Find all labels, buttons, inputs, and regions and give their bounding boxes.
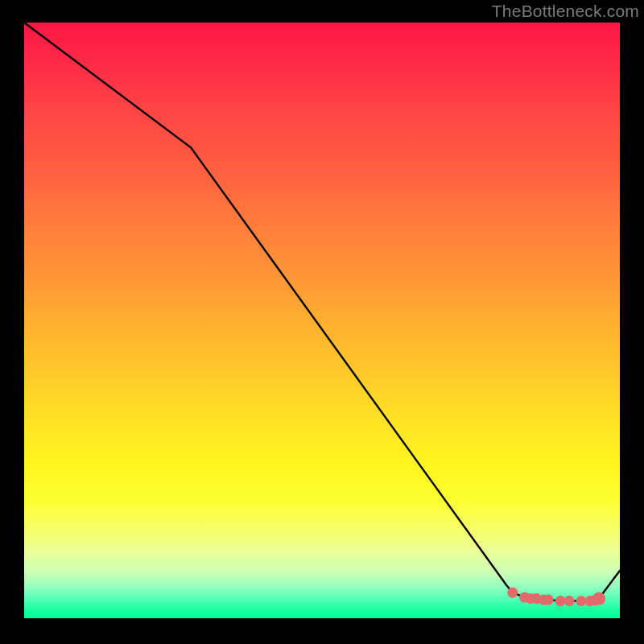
line-series <box>24 23 620 601</box>
marker-layer <box>507 588 605 606</box>
data-marker <box>564 596 575 606</box>
data-marker <box>507 588 518 598</box>
watermark-text: TheBottleneck.com <box>492 2 639 21</box>
data-marker <box>543 595 554 605</box>
data-marker <box>555 596 566 606</box>
chart-container: TheBottleneck.com <box>0 0 644 644</box>
data-marker <box>592 592 605 605</box>
chart-svg <box>24 23 620 618</box>
series-layer <box>24 23 620 601</box>
plot-area <box>24 23 620 618</box>
data-marker <box>576 596 586 606</box>
